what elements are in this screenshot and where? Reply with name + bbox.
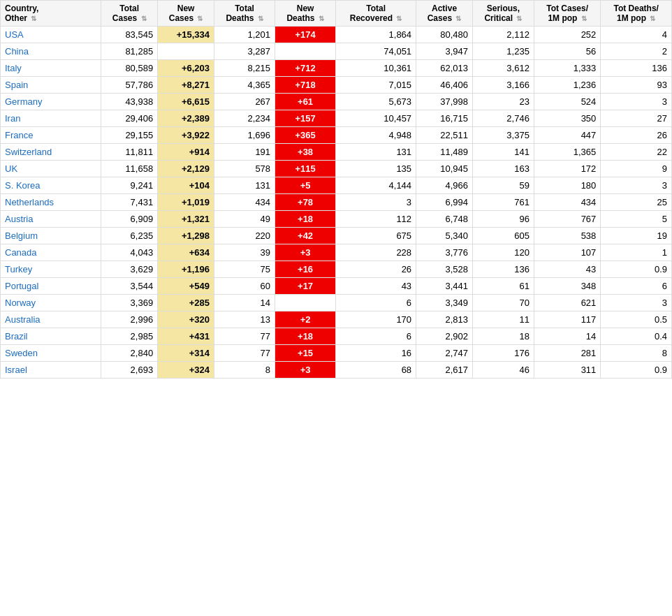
country-link[interactable]: Switzerland [5,147,52,157]
col-new-deaths[interactable]: NewDeaths ⇅ [275,1,336,27]
country-cell: UK [1,161,101,177]
total-recovered-cell: 10,457 [336,110,416,127]
country-link[interactable]: Brazil [5,331,28,342]
total-recovered-cell: 131 [336,144,416,161]
country-link[interactable]: Israel [5,365,27,375]
col-country[interactable]: Country,Other ⇅ [1,1,101,27]
total-recovered-cell: 6 [336,295,416,311]
total-recovered-cell: 7,015 [336,77,416,94]
country-link[interactable]: Italy [5,63,22,73]
deaths-per-1m-cell: 0.4 [601,328,672,345]
active-cases-cell: 3,776 [416,244,473,261]
country-link[interactable]: Portugal [5,281,38,291]
new-deaths-cell: +18 [275,328,336,345]
active-cases-cell: 2,747 [416,345,473,362]
serious-cell: 1,235 [473,43,534,60]
table-row: Belgium6,235+1,298220+426755,34060553819 [1,228,672,244]
new-cases-cell: +15,334 [158,27,214,43]
new-cases-cell: +285 [158,295,214,311]
country-link[interactable]: Australia [5,314,41,325]
total-deaths-cell: 267 [214,94,275,110]
country-link[interactable]: Sweden [5,348,38,358]
country-cell: Canada [1,244,101,261]
country-cell: S. Korea [1,177,101,194]
country-link[interactable]: France [5,130,33,140]
country-link[interactable]: Germany [5,96,42,107]
total-deaths-cell: 434 [214,194,275,211]
total-recovered-cell: 3 [336,194,416,211]
country-link[interactable]: Norway [5,298,36,308]
col-total-cases[interactable]: TotalCases ⇅ [101,1,158,27]
col-tot-deaths-1m[interactable]: Tot Deaths/1M pop ⇅ [601,1,672,27]
serious-cell: 761 [473,194,534,211]
deaths-per-1m-cell: 0.9 [601,261,672,278]
new-deaths-cell [275,43,336,60]
country-link[interactable]: Iran [5,113,20,124]
cases-per-1m-cell: 107 [534,244,600,261]
active-cases-cell: 2,902 [416,328,473,345]
deaths-per-1m-cell: 3 [601,295,672,311]
col-new-cases[interactable]: NewCases ⇅ [158,1,214,27]
new-cases-cell: +1,019 [158,194,214,211]
deaths-per-1m-cell: 27 [601,110,672,127]
total-deaths-cell: 4,365 [214,77,275,94]
country-link[interactable]: China [5,46,29,57]
country-cell: Turkey [1,261,101,278]
country-link[interactable]: S. Korea [5,180,41,191]
col-total-recovered[interactable]: TotalRecovered ⇅ [336,1,416,27]
table-row: Canada4,043+63439+32283,7761201071 [1,244,672,261]
country-link[interactable]: Canada [5,247,37,258]
deaths-per-1m-cell: 3 [601,177,672,194]
total-cases-cell: 6,909 [101,211,158,228]
country-link[interactable]: Spain [5,80,28,90]
total-deaths-cell: 220 [214,228,275,244]
total-recovered-cell: 4,144 [336,177,416,194]
cases-per-1m-cell: 56 [534,43,600,60]
total-deaths-cell: 8,215 [214,60,275,77]
country-link[interactable]: Turkey [5,264,32,274]
total-recovered-cell: 170 [336,311,416,328]
new-cases-cell: +2,389 [158,110,214,127]
table-row: China81,2853,28774,0513,9471,235562 [1,43,672,60]
country-link[interactable]: Austria [5,214,33,224]
country-cell: Israel [1,362,101,379]
col-serious[interactable]: Serious,Critical ⇅ [473,1,534,27]
total-recovered-cell: 43 [336,278,416,295]
country-cell: Austria [1,211,101,228]
serious-cell: 176 [473,345,534,362]
deaths-per-1m-cell: 136 [601,60,672,77]
serious-cell: 3,375 [473,127,534,144]
new-deaths-cell: +157 [275,110,336,127]
total-cases-cell: 2,840 [101,345,158,362]
new-cases-cell: +634 [158,244,214,261]
total-deaths-cell: 13 [214,311,275,328]
country-cell: Belgium [1,228,101,244]
new-cases-cell: +6,203 [158,60,214,77]
country-link[interactable]: UK [5,163,17,174]
country-link[interactable]: Netherlands [5,197,54,207]
active-cases-cell: 3,441 [416,278,473,295]
country-link[interactable]: USA [5,29,24,40]
serious-cell: 11 [473,311,534,328]
active-cases-cell: 16,715 [416,110,473,127]
country-cell: China [1,43,101,60]
deaths-per-1m-cell: 0.9 [601,362,672,379]
country-link[interactable]: Belgium [5,230,38,241]
new-deaths-cell: +718 [275,77,336,94]
active-cases-cell: 80,480 [416,27,473,43]
table-row: Sweden2,840+31477+15162,7471762818 [1,345,672,362]
col-total-deaths[interactable]: TotalDeaths ⇅ [214,1,275,27]
col-active-cases[interactable]: ActiveCases ⇅ [416,1,473,27]
active-cases-cell: 3,528 [416,261,473,278]
new-cases-cell: +914 [158,144,214,161]
active-cases-cell: 62,013 [416,60,473,77]
total-deaths-cell: 1,201 [214,27,275,43]
table-row: Australia2,996+32013+21702,813111170.5 [1,311,672,328]
new-cases-cell: +1,196 [158,261,214,278]
new-cases-cell: +320 [158,311,214,328]
total-deaths-cell: 14 [214,295,275,311]
col-tot-cases-1m[interactable]: Tot Cases/1M pop ⇅ [534,1,600,27]
deaths-per-1m-cell: 1 [601,244,672,261]
cases-per-1m-cell: 43 [534,261,600,278]
cases-per-1m-cell: 252 [534,27,600,43]
